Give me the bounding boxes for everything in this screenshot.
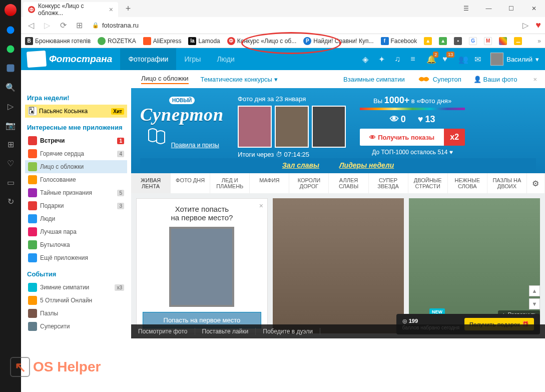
bookmark-icon[interactable]: ⚊ [514,37,522,45]
rules-link[interactable]: Правила и призы [171,142,219,149]
whatsapp-icon[interactable] [6,44,16,54]
sidebar-item-hearts[interactable]: Горячие сердца4 [25,147,127,160]
bookmark-heart-icon[interactable]: ♥ [535,20,541,31]
tab-kings[interactable]: КОРОЛИ ДОРОГ [289,173,329,193]
photo-thumb[interactable] [312,106,346,148]
history-icon[interactable]: ↻ [6,196,16,206]
bottom-view[interactable]: Посмотрите фото [131,328,195,335]
sidebar-item-people[interactable]: Люди [25,212,127,225]
messenger-icon[interactable] [6,25,16,35]
speeddial-button[interactable]: ⊞ [73,20,85,32]
shield-icon[interactable]: ◈ [362,55,371,64]
sidebar-item-vote[interactable]: Голосование [25,173,127,186]
bookmark-icon[interactable]: G [469,37,477,45]
adblock-icon[interactable]: ▷ [519,20,531,32]
friends-icon[interactable]: 👥 [458,55,467,64]
bookmark-icon[interactable]: M [484,37,492,45]
nav-games[interactable]: Игры [176,48,209,70]
bookmark-icon[interactable] [499,37,507,45]
game-week-item[interactable]: 🂡 Пасьянс Косынка Хит [25,105,127,118]
search-icon[interactable]: 🔍 [6,82,16,92]
bookmark-icon[interactable]: ▪ [454,37,462,45]
x2-badge[interactable]: x2 [444,129,465,146]
sidebar-event-diff[interactable]: 5 Отличий Онлайн [25,294,127,307]
bookmark-item[interactable]: AliExpress [143,37,182,45]
gear-icon[interactable]: ⚙ [527,173,545,193]
sidebar-event-puzzles[interactable]: Пазлы [25,307,127,320]
bookmark-item[interactable]: BБронювання готелів [25,37,91,45]
subnav-cover[interactable]: Лицо с обложки [141,75,189,84]
bookmarks-overflow[interactable]: » [537,38,541,45]
opera-logo-icon[interactable] [5,4,17,16]
sidebar-event-supercity[interactable]: Суперсити [25,320,127,333]
close-tab-icon[interactable]: × [109,6,113,14]
activity-icon[interactable]: ✦ [378,55,387,64]
browser-tab[interactable]: Ф Конкурс «Лицо с обложк... × [23,2,118,17]
vk-icon[interactable] [6,63,16,73]
tab-double[interactable]: ДВОЙНЫЕ СТРАСТИ [408,173,448,193]
tab-photoday[interactable]: ФОТО ДНЯ [171,173,210,193]
heart-notif-icon[interactable]: ♥13 [442,55,451,64]
bookmark-icon[interactable]: ▲ [439,37,447,45]
tab-alley[interactable]: АЛЛЕЯ СЛАВЫ [329,173,368,193]
subnav-your-photos[interactable]: 👤 Ваши фото [473,76,517,83]
heart-icon[interactable]: ♡ [6,158,16,168]
tab-words[interactable]: НЕЖНЫЕ СЛОВА [448,173,487,193]
arrow-down-icon[interactable]: ▼ [529,298,540,309]
user-menu[interactable]: Василий ▾ [490,53,539,66]
close-icon[interactable]: × [259,202,263,210]
bookmark-icon[interactable]: ▲ [424,37,432,45]
tab-live[interactable]: ЖИВАЯ ЛЕНТА [131,173,171,193]
bottom-duel[interactable]: Победите в дуэли [256,328,320,335]
week-leaders-link[interactable]: Лидеры недели [339,161,394,169]
maximize-button[interactable]: ☐ [500,1,522,16]
forward-button[interactable]: ▷ [41,20,53,32]
sidebar-event-winter[interactable]: Зимние симпатииx3 [25,281,127,294]
bottom-like[interactable]: Поставьте лайки [195,328,256,335]
menu-icon[interactable]: ☰ [455,1,477,16]
tab-puzzles[interactable]: ПАЗЛЫ НА ДВОИХ [487,173,527,193]
sidebar-item-gifts[interactable]: Подарки3 [25,199,127,212]
music-icon[interactable]: ♫ [394,55,403,64]
photo-thumb[interactable] [238,106,272,148]
tab-ice[interactable]: ЛЕД И ПЛАМЕНЬ [210,173,250,193]
sidebar-item-secrets[interactable]: Тайные признания5 [25,186,127,199]
minimize-button[interactable]: — [477,1,500,16]
bell-icon[interactable]: 🔔2 [426,55,435,64]
tab-mafia[interactable]: МАФИЯ [250,173,289,193]
new-tab-button[interactable]: + [122,3,134,15]
photo-thumb[interactable] [275,106,309,148]
subnav-supertop[interactable]: Супертоп [417,74,461,84]
subnav-contests[interactable]: Тематические конкурсы ▾ [201,76,278,83]
photo-card[interactable] [273,198,404,333]
url-input[interactable]: 🔒 fotostrana.ru [89,22,515,29]
bookmark-item[interactable]: fFacebook [381,37,417,45]
sidebar-item-bestpair[interactable]: Лучшая пара [25,225,127,238]
nav-people[interactable]: Люди [209,48,242,70]
bookmark-item[interactable]: ROZETKA [98,37,136,45]
list-icon[interactable]: ≡ [410,55,419,64]
arrow-up-icon[interactable]: ▲ [529,285,540,296]
get-views-button[interactable]: 👁 Получить показы [360,129,444,146]
nav-photos[interactable]: Фотографии [120,48,176,70]
send-icon[interactable]: ▷ [6,101,16,111]
subnav-sympathy[interactable]: Взаимные симпатии [343,76,405,83]
news-icon[interactable]: ▭ [6,177,16,187]
tab-superstar[interactable]: СУПЕР ЗВЕЗДА [369,173,408,193]
grid-icon[interactable]: ⊞ [6,139,16,149]
sidebar-item-more[interactable]: Ещё приложения [25,251,127,264]
sidebar-item-meetings[interactable]: Встречи1 [25,134,127,147]
back-button[interactable]: ◁ [25,20,37,32]
bookmark-item[interactable]: ФКонкурс «Лицо с об... [227,37,296,45]
mail-icon[interactable]: ✉ [474,55,483,64]
reload-button[interactable]: ⟳ [57,20,69,32]
close-icon[interactable]: × [533,76,537,83]
sidebar-item-cover[interactable]: Лицо с обложки [25,160,127,173]
sidebar-item-bottle[interactable]: Бутылочка [25,238,127,251]
bookmark-item[interactable]: РНайди! Сравни! Куп... [303,37,373,45]
hall-of-fame-link[interactable]: Зал славы [282,161,319,169]
close-button[interactable]: ✕ [522,1,545,16]
site-logo[interactable]: Фотострана [27,51,112,67]
bookmark-item[interactable]: laLamoda [188,37,220,45]
camera-icon[interactable]: 📷 [6,120,16,130]
